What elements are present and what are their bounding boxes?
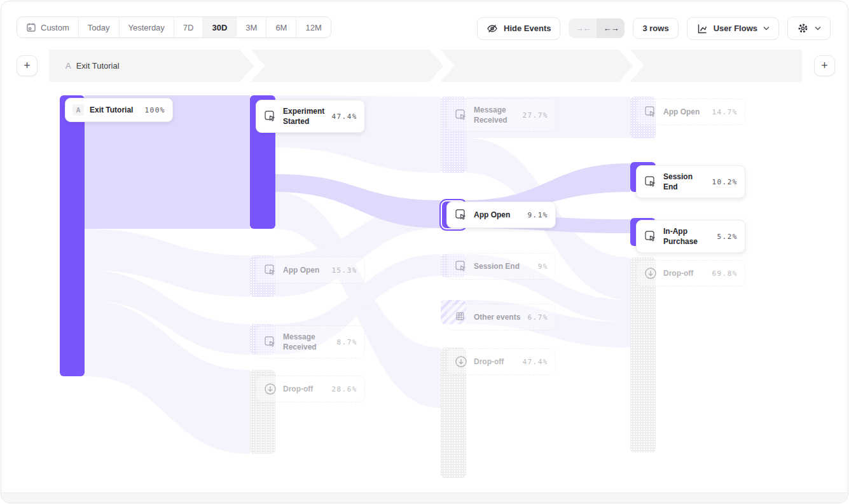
event-icon — [454, 108, 468, 122]
rows-button[interactable]: 3 rows — [633, 18, 678, 39]
date-range-label: Custom — [41, 23, 69, 32]
add-step-left-button[interactable]: + — [17, 55, 38, 76]
bottom-scroll-strip[interactable] — [1, 493, 848, 503]
event-icon — [644, 105, 658, 119]
expand-icon: ←→ — [603, 24, 618, 33]
date-range-custom[interactable]: Custom — [17, 17, 78, 37]
chevron-down-icon — [763, 26, 770, 31]
rows-label: 3 rows — [642, 24, 668, 33]
band-chevrons — [49, 50, 802, 82]
step-header-label: A Exit Tutorial — [66, 50, 120, 82]
other-events-icon — [454, 310, 468, 324]
node-card-message-received-2[interactable]: Message Received 8.7% — [256, 325, 365, 358]
width-toggle: →← ←→ — [569, 18, 625, 38]
node-card-other-events-3[interactable]: Other events 6.7% — [446, 304, 556, 330]
node-card-dropoff-2[interactable]: Drop-off 28.6% — [256, 376, 365, 402]
node-card-app-open-3[interactable]: App Open 9.1% — [446, 201, 556, 228]
node-bar-exit-tutorial[interactable] — [60, 95, 85, 376]
event-icon — [454, 208, 468, 222]
flow-ribbon — [85, 270, 250, 355]
date-range-picker: Custom Today Yesterday 7D 30D 3M 6M 12M — [17, 17, 331, 38]
date-range-30d[interactable]: 30D — [202, 17, 236, 37]
date-range-7d[interactable]: 7D — [174, 17, 203, 37]
toolbar: Custom Today Yesterday 7D 30D 3M 6M 12M … — [17, 17, 831, 40]
node-card-exit-tutorial[interactable]: A Exit Tutorial 100% — [65, 98, 173, 122]
step-a-badge: A — [72, 104, 84, 116]
user-flows-panel: Custom Today Yesterday 7D 30D 3M 6M 12M … — [1, 1, 848, 503]
date-range-6m[interactable]: 6M — [266, 17, 296, 37]
gear-icon — [797, 22, 809, 34]
event-icon — [263, 109, 277, 123]
flow-ribbon — [275, 174, 441, 228]
node-card-in-app-purchase-4[interactable]: In-App Purchase 5.2% — [636, 220, 745, 253]
node-card-app-open-4[interactable]: App Open 14.7% — [636, 99, 745, 125]
node-card-session-end-3[interactable]: Session End 9% — [446, 253, 556, 280]
node-card-message-received-3[interactable]: Message Received 27.7% — [446, 99, 556, 132]
node-card-dropoff-4[interactable]: Drop-off 69.8% — [636, 260, 745, 287]
dropoff-icon — [644, 266, 658, 280]
node-bar-dropoff-4[interactable] — [630, 257, 656, 453]
toolbar-right: Hide Events →← ←→ 3 rows — [477, 17, 831, 40]
date-range-yesterday[interactable]: Yesterday — [119, 17, 174, 37]
step-badge: A — [66, 61, 71, 71]
event-icon — [454, 259, 468, 273]
calendar-icon — [26, 22, 36, 32]
collapse-icon: →← — [575, 24, 590, 33]
date-range-3m[interactable]: 3M — [236, 17, 266, 37]
view-selector[interactable]: User Flows — [687, 17, 779, 40]
view-label: User Flows — [714, 24, 757, 33]
node-card-dropoff-3[interactable]: Drop-off 47.4% — [446, 348, 556, 375]
collapse-columns-button[interactable]: →← — [569, 18, 597, 38]
event-icon — [263, 335, 277, 349]
settings-button[interactable] — [787, 17, 831, 40]
flow-ribbon — [85, 300, 250, 454]
node-card-session-end-4[interactable]: Session End 10.2% — [636, 165, 745, 198]
eye-off-icon — [487, 23, 498, 34]
node-card-app-open-2[interactable]: App Open 15.3% — [256, 257, 365, 283]
date-range-12m[interactable]: 12M — [296, 17, 330, 37]
add-step-right-button[interactable]: + — [814, 55, 835, 76]
flow-chart-icon — [696, 23, 708, 34]
event-icon — [644, 229, 658, 243]
hide-events-label: Hide Events — [504, 24, 551, 33]
step-header-band: A Exit Tutorial — [49, 50, 802, 82]
step-name: Exit Tutorial — [76, 61, 120, 71]
dropoff-icon — [454, 355, 468, 369]
event-icon — [644, 175, 658, 189]
expand-columns-button[interactable]: ←→ — [597, 18, 625, 38]
event-icon — [263, 263, 277, 277]
flow-ribbon — [85, 229, 250, 297]
date-range-today[interactable]: Today — [78, 17, 119, 37]
hide-events-button[interactable]: Hide Events — [477, 17, 560, 40]
chevron-down-icon — [815, 26, 821, 31]
dropoff-icon — [263, 382, 277, 396]
node-card-experiment-started[interactable]: Experiment Started 47.4% — [256, 100, 365, 133]
